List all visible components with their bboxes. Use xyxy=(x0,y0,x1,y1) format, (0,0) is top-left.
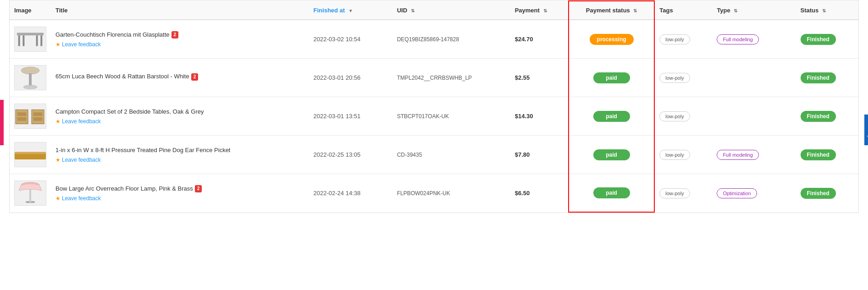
product-image-cell xyxy=(10,136,51,174)
uid-cell: FLPBOW024PNK-UK xyxy=(393,174,510,213)
col-header-payment[interactable]: Payment ⇅ xyxy=(510,1,569,20)
payment-cell: $14.30 xyxy=(510,97,569,136)
status-cell: Finished xyxy=(796,136,858,174)
product-title-cell: Garten-Couchtisch Florencia mit Glasplat… xyxy=(51,20,309,59)
star-icon: ★ xyxy=(55,41,61,48)
col-header-tags: Tags xyxy=(654,1,712,20)
col-header-status[interactable]: Status ⇅ xyxy=(796,1,858,20)
svg-rect-8 xyxy=(16,109,28,124)
payment-cell: $2.55 xyxy=(510,59,569,97)
svg-rect-3 xyxy=(22,35,24,46)
payment-status-cell: processing xyxy=(569,20,654,59)
svg-rect-4 xyxy=(36,35,38,46)
payment-status-cell: paid xyxy=(569,136,654,174)
type-cell xyxy=(712,97,796,136)
finished-at-cell: 2022-02-25 13:05 xyxy=(309,136,393,174)
finished-at-cell: 2022-02-24 14:38 xyxy=(309,174,393,213)
type-cell: Optimization xyxy=(712,174,796,213)
status-badge: Finished xyxy=(801,34,836,45)
status-badge: Finished xyxy=(801,111,836,122)
payment-amount: $24.70 xyxy=(515,36,533,43)
product-title-cell: 65cm Luca Beech Wood & Rattan Barstool -… xyxy=(51,59,309,97)
finished-at-value: 2022-03-01 20:56 xyxy=(314,74,361,81)
uid-value: FLPBOW024PNK-UK xyxy=(397,190,450,197)
tags-cell: low-poly xyxy=(654,59,712,97)
leave-feedback-link[interactable]: ★Leave feedback xyxy=(55,157,101,163)
leave-feedback-link[interactable]: ★Leave feedback xyxy=(55,41,101,48)
product-title: 65cm Luca Beech Wood & Rattan Barstool -… xyxy=(55,72,304,81)
col-header-uid[interactable]: UID ⇅ xyxy=(393,1,510,20)
feedback-side-tab[interactable]: ✉ Feedback xyxy=(0,99,4,145)
feedback-link-label: Leave feedback xyxy=(62,157,101,163)
notification-badge: 2 xyxy=(171,31,179,38)
payment-cell: $24.70 xyxy=(510,20,569,59)
finished-at-sort-icon: ▼ xyxy=(348,8,353,13)
type-cell: Full modeling xyxy=(712,20,796,59)
product-image xyxy=(14,104,46,129)
col-header-type[interactable]: Type ⇅ xyxy=(712,1,796,20)
leave-feedback-link[interactable]: ★Leave feedback xyxy=(55,195,101,202)
product-title-cell: 1-in x 6-in W x 8-ft H Pressure Treated … xyxy=(51,136,309,174)
payment-status-badge: processing xyxy=(590,34,634,45)
type-cell: Full modeling xyxy=(712,136,796,174)
col-header-title: Title xyxy=(51,1,309,20)
status-badge: Finished xyxy=(801,149,836,160)
tag-badge: low-poly xyxy=(659,34,690,44)
table-row: Bow Large Arc Overreach Floor Lamp, Pink… xyxy=(10,174,858,213)
payment-status-badge: paid xyxy=(593,149,630,160)
payment-status-cell: paid xyxy=(569,97,654,136)
star-icon: ★ xyxy=(55,195,61,202)
payment-amount: $14.30 xyxy=(515,113,533,120)
table-row: Campton Compact Set of 2 Bedside Tables,… xyxy=(10,97,858,136)
payment-status-cell: paid xyxy=(569,59,654,97)
payment-amount: $6.50 xyxy=(515,190,530,197)
finished-at-cell: 2022-03-02 10:54 xyxy=(309,20,393,59)
leave-feedback-link[interactable]: ★Leave feedback xyxy=(55,118,101,125)
product-image xyxy=(14,27,46,52)
finished-at-cell: 2022-03-01 13:51 xyxy=(309,97,393,136)
feedback-link-label: Leave feedback xyxy=(62,41,101,48)
feedback-link-label: Leave feedback xyxy=(62,195,101,202)
feedback-link-label: Leave feedback xyxy=(62,118,101,125)
finished-at-value: 2022-02-24 14:38 xyxy=(314,190,361,197)
notification-badge: 2 xyxy=(195,185,202,192)
star-icon: ★ xyxy=(55,157,61,163)
product-title-cell: Bow Large Arc Overreach Floor Lamp, Pink… xyxy=(51,174,309,213)
svg-rect-15 xyxy=(15,152,46,154)
status-cell: Finished xyxy=(796,59,858,97)
svg-rect-0 xyxy=(17,33,44,35)
status-badge: Finished xyxy=(801,72,836,83)
svg-rect-1 xyxy=(18,35,20,46)
product-title: Campton Compact Set of 2 Bedside Tables,… xyxy=(55,108,304,116)
type-badge: Full modeling xyxy=(717,34,758,44)
uid-value: CD-39435 xyxy=(397,152,422,158)
svg-rect-11 xyxy=(32,109,44,124)
table-row: Garten-Couchtisch Florencia mit Glasplat… xyxy=(10,20,858,59)
payment-status-sort-icon: ⇅ xyxy=(633,8,637,13)
status-cell: Finished xyxy=(796,174,858,213)
tags-cell: low-poly xyxy=(654,20,712,59)
help-side-tab[interactable]: ? Help xyxy=(864,114,868,145)
svg-rect-9 xyxy=(17,112,26,116)
col-header-payment-status[interactable]: Payment status ⇅ xyxy=(569,1,654,20)
product-title: Bow Large Arc Overreach Floor Lamp, Pink… xyxy=(55,185,304,193)
product-title-cell: Campton Compact Set of 2 Bedside Tables,… xyxy=(51,97,309,136)
payment-sort-icon: ⇅ xyxy=(543,8,547,13)
uid-value: DEQ19BIZ85869-147828 xyxy=(397,36,459,43)
tags-cell: low-poly xyxy=(654,97,712,136)
svg-rect-2 xyxy=(40,35,42,46)
product-image xyxy=(14,181,46,206)
finished-at-cell: 2022-03-01 20:56 xyxy=(309,59,393,97)
payment-status-badge: paid xyxy=(593,111,630,122)
finished-at-value: 2022-02-25 13:05 xyxy=(314,151,361,158)
product-image-cell xyxy=(10,174,51,213)
tag-badge: low-poly xyxy=(659,73,690,83)
payment-amount: $2.55 xyxy=(515,74,530,81)
finished-at-value: 2022-03-02 10:54 xyxy=(314,36,361,43)
col-header-finished-at[interactable]: Finished at ▼ xyxy=(309,1,393,20)
product-image-cell xyxy=(10,97,51,136)
tag-badge: low-poly xyxy=(659,111,690,121)
col-header-image: Image xyxy=(10,1,51,20)
type-badge: Optimization xyxy=(717,188,757,198)
notification-badge: 2 xyxy=(191,73,199,81)
